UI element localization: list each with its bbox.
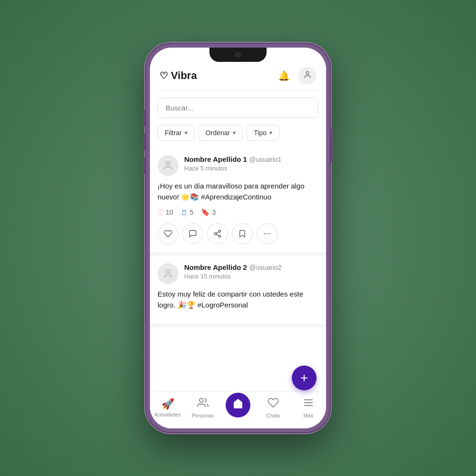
plus-icon: + <box>300 370 308 386</box>
rocket-icon: 🚀 <box>161 398 174 410</box>
post-content-1: ¡Hoy es un día maravilloso para aprender… <box>158 181 318 202</box>
type-button[interactable]: Tipo ▾ <box>247 125 279 141</box>
post-meta-2: Nombre Apellido 2 @usuario2 Hace 15 minu… <box>184 263 318 280</box>
notch <box>209 48 267 62</box>
sort-label: Ordenar <box>206 129 230 137</box>
svg-point-7 <box>264 233 265 234</box>
nav-mas-label: Más <box>304 413 314 418</box>
svg-line-6 <box>216 232 218 233</box>
like-button[interactable] <box>158 223 178 244</box>
post-actions-1 <box>158 223 318 244</box>
notification-button[interactable]: 🔔 <box>275 67 293 85</box>
bookmark-icon: 🔖 <box>201 208 210 217</box>
profile-button[interactable] <box>298 67 317 85</box>
post-meta-1: Nombre Apellido 1 @usuario1 Hace 5 minut… <box>184 155 318 172</box>
svg-point-2 <box>218 230 221 233</box>
post-time-1: Hace 5 minutos <box>184 165 318 172</box>
nav-home[interactable] <box>224 397 252 419</box>
nav-chats[interactable]: Chats <box>259 397 288 418</box>
bottom-navigation: 🚀 Actividades Personas <box>150 391 326 428</box>
nav-mas[interactable]: Más <box>294 397 323 418</box>
like-count: ♡ 10 <box>158 208 173 217</box>
bookmark-count: 🔖 3 <box>201 208 216 217</box>
nav-actividades[interactable]: 🚀 Actividades <box>153 398 182 417</box>
svg-point-4 <box>218 235 221 238</box>
svg-point-3 <box>214 233 217 235</box>
heart-nav-icon <box>268 397 279 411</box>
bookmark-number: 3 <box>212 208 216 216</box>
search-section <box>150 91 326 125</box>
post-stats-1: ♡ 10 🗒 5 🔖 3 <box>158 208 318 217</box>
fab-button[interactable]: + <box>292 366 317 390</box>
svg-point-0 <box>306 71 309 74</box>
like-number: 10 <box>166 208 173 216</box>
home-icon-wrapper <box>226 393 250 417</box>
nav-personas[interactable]: Personas <box>188 397 217 418</box>
more-button[interactable] <box>257 223 278 244</box>
comment-icon: 🗒 <box>181 208 188 217</box>
chevron-down-icon: ▾ <box>269 129 272 136</box>
type-label: Tipo <box>254 129 267 137</box>
menu-icon <box>303 397 314 411</box>
post-card-2: Nombre Apellido 2 @usuario2 Hace 15 minu… <box>150 256 326 327</box>
chevron-down-icon: ▾ <box>185 129 188 136</box>
phone-wrapper: ♡ Vibra 🔔 <box>145 43 331 433</box>
filters-section: Filtrar ▾ Ordenar ▾ Tipo ▾ <box>150 125 326 148</box>
svg-point-9 <box>269 233 270 234</box>
phone-screen: ♡ Vibra 🔔 <box>150 48 326 428</box>
header-actions: 🔔 <box>275 67 317 85</box>
share-button[interactable] <box>207 223 228 244</box>
chevron-down-icon: ▾ <box>233 129 236 136</box>
post-header-2: Nombre Apellido 2 @usuario2 Hace 15 minu… <box>158 263 318 284</box>
phone-frame: ♡ Vibra 🔔 <box>145 43 331 433</box>
post-header-1: Nombre Apellido 1 @usuario1 Hace 5 minut… <box>158 155 318 176</box>
filter-button[interactable]: Filtrar ▾ <box>158 125 195 141</box>
post-content-2: Estoy muy feliz de compartir con ustedes… <box>158 289 318 310</box>
search-input[interactable] <box>158 98 318 118</box>
svg-point-8 <box>267 233 268 234</box>
app-name: Vibra <box>171 69 197 82</box>
profile-icon <box>303 70 312 81</box>
people-icon <box>197 397 208 411</box>
comment-number: 5 <box>190 208 194 216</box>
nav-personas-label: Personas <box>192 413 214 418</box>
sort-button[interactable]: Ordenar ▾ <box>198 125 243 141</box>
avatar-2 <box>158 263 178 284</box>
post-card-1: Nombre Apellido 1 @usuario1 Hace 5 minut… <box>150 148 326 256</box>
post-author-1: Nombre Apellido 1 @usuario1 <box>184 155 318 164</box>
comment-count: 🗒 5 <box>181 208 194 217</box>
app-logo: ♡ Vibra <box>159 69 197 82</box>
home-icon <box>232 398 244 412</box>
heart-icon: ♡ <box>159 70 168 81</box>
post-time-2: Hace 15 minutos <box>184 273 318 280</box>
svg-point-11 <box>199 398 203 402</box>
avatar-1 <box>158 155 178 176</box>
comment-button[interactable] <box>182 223 203 244</box>
filter-label: Filtrar <box>165 129 182 137</box>
bookmark-button[interactable] <box>232 223 253 244</box>
main-content: Filtrar ▾ Ordenar ▾ Tipo ▾ <box>150 91 326 391</box>
svg-line-5 <box>216 234 218 236</box>
camera <box>235 52 241 58</box>
heart-icon: ♡ <box>158 208 164 217</box>
bell-icon: 🔔 <box>278 70 290 81</box>
svg-point-1 <box>166 162 169 165</box>
nav-chats-label: Chats <box>267 413 280 418</box>
post-author-2: Nombre Apellido 2 @usuario2 <box>184 263 318 272</box>
nav-actividades-label: Actividades <box>154 412 181 417</box>
svg-point-10 <box>166 270 169 273</box>
